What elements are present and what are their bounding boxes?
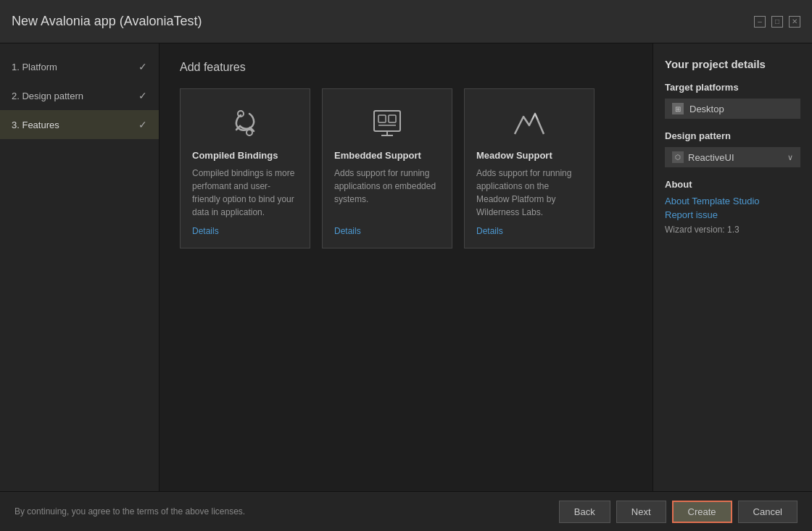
window-controls: – □ ✕ bbox=[754, 16, 800, 28]
meadow-support-card[interactable]: Meadow Support Adds support for running … bbox=[464, 88, 594, 248]
footer-buttons: Back Next Create Cancel bbox=[559, 501, 798, 523]
sidebar-item-design-label: 2. Design pattern bbox=[12, 91, 83, 101]
about-template-studio-link[interactable]: About Template Studio bbox=[665, 196, 800, 206]
svg-rect-3 bbox=[378, 115, 386, 122]
footer: By continuing, you agree to the terms of… bbox=[0, 491, 812, 531]
wizard-version: Wizard version: 1.3 bbox=[665, 225, 800, 235]
create-button[interactable]: Create bbox=[672, 501, 732, 523]
meadow-support-details-link[interactable]: Details bbox=[476, 226, 503, 236]
meadow-support-icon bbox=[476, 104, 582, 141]
platform-check-icon: ✓ bbox=[138, 61, 147, 72]
reactiveui-icon: ⬡ bbox=[672, 151, 684, 163]
svg-point-1 bbox=[246, 130, 252, 135]
content-area: Add features Compiled Bindings Compiled … bbox=[160, 43, 652, 491]
svg-rect-4 bbox=[389, 115, 396, 122]
sidebar-item-features-label: 3. Features bbox=[12, 120, 59, 130]
sidebar-item-features[interactable]: 3. Features ✓ bbox=[0, 110, 159, 139]
embedded-support-card[interactable]: Embedded Support Adds support for runnin… bbox=[322, 88, 452, 248]
minimize-button[interactable]: – bbox=[754, 16, 766, 28]
report-issue-link[interactable]: Report issue bbox=[665, 209, 800, 220]
compiled-bindings-icon bbox=[192, 104, 298, 141]
content-heading: Add features bbox=[180, 61, 632, 74]
embedded-support-icon bbox=[334, 104, 440, 141]
feature-cards-row: Compiled Bindings Compiled bindings is m… bbox=[180, 88, 632, 248]
design-pattern-label: Design pattern bbox=[665, 130, 800, 141]
right-panel: Your project details Target platforms ⊞ … bbox=[652, 43, 812, 491]
embedded-support-title: Embedded Support bbox=[334, 150, 421, 161]
design-pattern-value: ReactiveUI bbox=[688, 152, 783, 163]
window-title: New Avalonia app (AvaloniaTest) bbox=[12, 14, 202, 29]
embedded-support-desc: Adds support for running applications on… bbox=[334, 167, 440, 219]
back-button[interactable]: Back bbox=[559, 501, 610, 523]
about-section: About About Template Studio Report issue… bbox=[665, 179, 800, 235]
platform-value: Desktop bbox=[689, 104, 724, 114]
sidebar-item-platform-label: 1. Platform bbox=[12, 62, 57, 72]
main-layout: 1. Platform ✓ 2. Design pattern ✓ 3. Fea… bbox=[0, 43, 812, 491]
cancel-button[interactable]: Cancel bbox=[738, 501, 798, 523]
platform-badge: ⊞ Desktop bbox=[665, 99, 800, 119]
embedded-support-details-link[interactable]: Details bbox=[334, 226, 361, 236]
desktop-icon: ⊞ bbox=[672, 103, 684, 114]
sidebar-item-design-pattern[interactable]: 2. Design pattern ✓ bbox=[0, 81, 159, 110]
license-text: By continuing, you agree to the terms of… bbox=[14, 506, 245, 517]
compiled-bindings-desc: Compiled bindings is more perfomant and … bbox=[192, 167, 298, 219]
sidebar-item-platform[interactable]: 1. Platform ✓ bbox=[0, 52, 159, 81]
meadow-support-desc: Adds support for running applications on… bbox=[476, 167, 582, 219]
close-button[interactable]: ✕ bbox=[789, 16, 800, 28]
compiled-bindings-details-link[interactable]: Details bbox=[192, 226, 219, 236]
title-bar: New Avalonia app (AvaloniaTest) – □ ✕ bbox=[0, 0, 812, 43]
about-label: About bbox=[665, 179, 800, 190]
sidebar: 1. Platform ✓ 2. Design pattern ✓ 3. Fea… bbox=[0, 43, 160, 491]
target-platforms-label: Target platforms bbox=[665, 82, 800, 93]
compiled-bindings-title: Compiled Bindings bbox=[192, 150, 278, 161]
right-panel-title: Your project details bbox=[665, 58, 800, 70]
next-button[interactable]: Next bbox=[616, 501, 666, 523]
design-check-icon: ✓ bbox=[138, 90, 147, 101]
compiled-bindings-card[interactable]: Compiled Bindings Compiled bindings is m… bbox=[180, 88, 310, 248]
chevron-down-icon: ∨ bbox=[787, 153, 793, 162]
design-pattern-select[interactable]: ⬡ ReactiveUI ∨ bbox=[665, 147, 800, 167]
meadow-support-title: Meadow Support bbox=[476, 150, 552, 161]
design-pattern-section: Design pattern ⬡ ReactiveUI ∨ bbox=[665, 130, 800, 167]
features-check-icon: ✓ bbox=[138, 119, 147, 130]
maximize-button[interactable]: □ bbox=[771, 16, 783, 28]
